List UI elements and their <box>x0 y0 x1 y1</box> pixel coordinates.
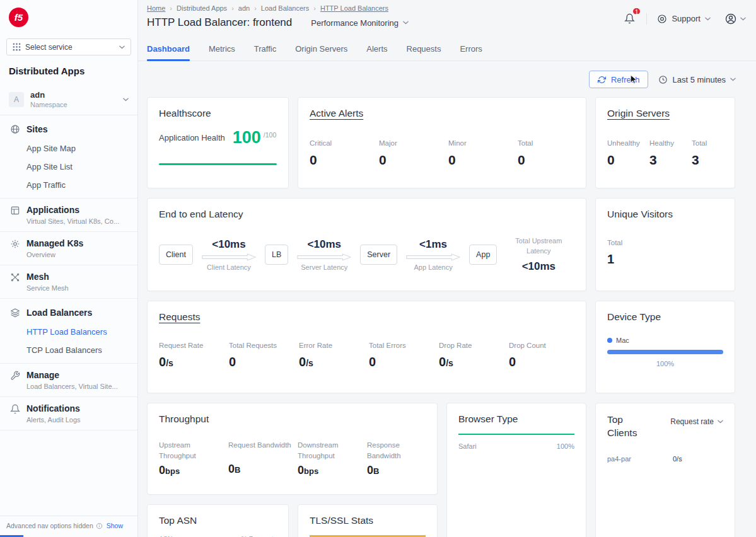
stat-value: 0/s <box>299 355 369 369</box>
stat-downstream-throughput: Downstream Throughput 0bps <box>298 440 363 477</box>
sidebar-managed-k8s-label: Managed K8s <box>26 238 83 248</box>
latency-total-value: <10ms <box>507 260 570 273</box>
chevron-down-icon <box>730 78 736 81</box>
breadcrumb-namespace[interactable]: adn <box>238 4 261 12</box>
browser-type-label: Safari <box>458 442 477 450</box>
app-window-icon <box>10 205 20 225</box>
latency-title: End to end Latency <box>159 209 574 220</box>
service-selector-label: Select service <box>25 43 115 52</box>
stat-value: 0/s <box>439 355 509 369</box>
namespace-name: adn <box>30 90 117 100</box>
stat-value: 0B <box>228 463 294 476</box>
latency-node-server: Server <box>360 245 397 265</box>
tab-traffic[interactable]: Traffic <box>254 37 276 61</box>
dashboard-toolbar: Refresh Last 5 minutes <box>147 71 736 88</box>
refresh-button[interactable]: Refresh <box>589 71 649 88</box>
latency-value: <1ms <box>419 238 447 251</box>
breadcrumb-load-balancers[interactable]: Load Balancers <box>261 4 320 12</box>
sidebar-notifications-sub: Alerts, Audit Logs <box>26 416 81 424</box>
device-type-bar <box>607 350 723 354</box>
bell-icon <box>10 404 20 424</box>
top-clients-header: Top Clients Request rate <box>607 413 723 440</box>
stat-label: Critical <box>310 139 379 147</box>
sidebar-managed-k8s-text: Managed K8s Overview <box>26 238 83 258</box>
support-menu[interactable]: Support <box>657 14 711 24</box>
requests-title[interactable]: Requests <box>159 311 574 323</box>
sidebar-item-manage[interactable]: Manage Load Balancers, Virtual Site... <box>0 364 137 397</box>
sidebar-item-app-site-list[interactable]: App Site List <box>0 158 137 176</box>
namespace-selector[interactable]: A adn Namespace <box>0 84 137 115</box>
tab-origin-servers[interactable]: Origin Servers <box>295 37 347 61</box>
healthscore-title: Healthscore <box>159 108 277 119</box>
logo-row: f5 <box>0 0 137 33</box>
stat-label: Error Rate <box>299 342 369 349</box>
info-icon <box>96 523 103 529</box>
sidebar-item-http-load-balancers[interactable]: HTTP Load Balancers <box>0 323 137 341</box>
mesh-icon <box>10 272 20 292</box>
account-menu[interactable] <box>724 13 746 25</box>
grid-icon <box>13 43 21 51</box>
stat-major: Major 0 <box>379 139 448 168</box>
stat-total-origins: Total 3 <box>692 139 734 168</box>
device-type-card: Device Type Mac 100% <box>595 301 735 393</box>
sidebar-mesh-label: Mesh <box>26 272 69 282</box>
globe-icon <box>10 124 20 134</box>
stat-total-alerts: Total 0 <box>518 139 586 168</box>
stat-total-requests: Total Requests 0 <box>229 342 299 369</box>
sidebar-applications-text: Applications Virtual Sites, Virtual K8s,… <box>26 205 119 225</box>
stat-minor: Minor 0 <box>448 139 518 168</box>
tab-bar: Dashboard Metrics Traffic Origin Servers… <box>138 37 756 61</box>
gear-icon <box>10 239 20 258</box>
stat-value: 0 <box>310 153 379 168</box>
sidebar-item-applications[interactable]: Applications Virtual Sites, Virtual K8s,… <box>0 199 137 232</box>
topbar-right: 1 Support <box>623 12 746 25</box>
time-range-label: Last 5 minutes <box>672 75 726 84</box>
sidebar-item-sites[interactable]: Sites <box>0 119 137 139</box>
stat-drop-count: Drop Count 0 <box>509 342 579 369</box>
stat-error-rate: Error Rate 0/s <box>299 342 369 369</box>
tab-requests[interactable]: Requests <box>407 37 441 61</box>
sidebar-manage-sub: Load Balancers, Virtual Site... <box>26 383 118 390</box>
stat-label: Drop Rate <box>439 342 509 349</box>
time-range-dropdown[interactable]: Last 5 minutes <box>658 75 736 84</box>
service-selector[interactable]: Select service <box>6 38 131 55</box>
tab-dashboard[interactable]: Dashboard <box>147 37 190 61</box>
sidebar-item-load-balancers[interactable]: Load Balancers <box>0 303 137 323</box>
sidebar-group-sites: Sites App Site Map App Site List App Tra… <box>0 115 137 199</box>
latency-node-client: Client <box>159 245 193 265</box>
notifications-button[interactable]: 1 <box>623 12 636 25</box>
show-nav-link[interactable]: Show <box>107 522 123 529</box>
stat-value: 0/s <box>159 355 229 369</box>
sidebar-item-managed-k8s[interactable]: Managed K8s Overview <box>0 232 137 265</box>
monitoring-dropdown[interactable]: Performance Monitoring <box>311 18 409 28</box>
clock-icon <box>658 75 668 84</box>
stat-value: 0 <box>369 355 439 369</box>
top-clients-client: pa4-par <box>607 455 673 463</box>
sidebar-notifications-text: Notifications Alerts, Audit Logs <box>26 403 81 424</box>
throughput-card: Throughput Upstream Throughput 0bps Requ… <box>147 403 438 495</box>
active-alerts-title[interactable]: Active Alerts <box>310 108 574 119</box>
origin-servers-title[interactable]: Origin Servers <box>607 108 723 119</box>
tab-errors[interactable]: Errors <box>460 37 482 61</box>
stat-label: Total <box>518 139 586 147</box>
healthscore-value: 100 <box>233 129 261 146</box>
sidebar-item-app-site-map[interactable]: App Site Map <box>0 139 137 158</box>
tab-alerts[interactable]: Alerts <box>366 37 387 61</box>
breadcrumb-home[interactable]: Home <box>147 4 177 12</box>
breadcrumb-http-load-balancers[interactable]: HTTP Load Balancers <box>320 4 388 12</box>
breadcrumb-distributed-apps[interactable]: Distributed Apps <box>177 4 238 12</box>
sidebar-item-notifications[interactable]: Notifications Alerts, Audit Logs <box>0 397 137 430</box>
f5-logo[interactable]: f5 <box>9 8 28 27</box>
support-label: Support <box>672 14 701 23</box>
latency-label: Client Latency <box>207 263 251 271</box>
device-type-legend-label: Mac <box>616 337 629 344</box>
sidebar-item-mesh[interactable]: Mesh Service Mesh <box>0 265 137 299</box>
healthscore-bar <box>159 163 277 165</box>
f5-logo-text: f5 <box>15 12 23 23</box>
top-clients-metric-dropdown[interactable]: Request rate <box>670 417 723 426</box>
breadcrumb: Home Distributed Apps adn Load Balancers… <box>147 4 409 12</box>
tab-metrics[interactable]: Metrics <box>209 37 235 61</box>
wrench-icon <box>10 371 20 390</box>
sidebar-item-app-traffic[interactable]: App Traffic <box>0 176 137 194</box>
sidebar-item-tcp-load-balancers[interactable]: TCP Load Balancers <box>0 341 137 359</box>
